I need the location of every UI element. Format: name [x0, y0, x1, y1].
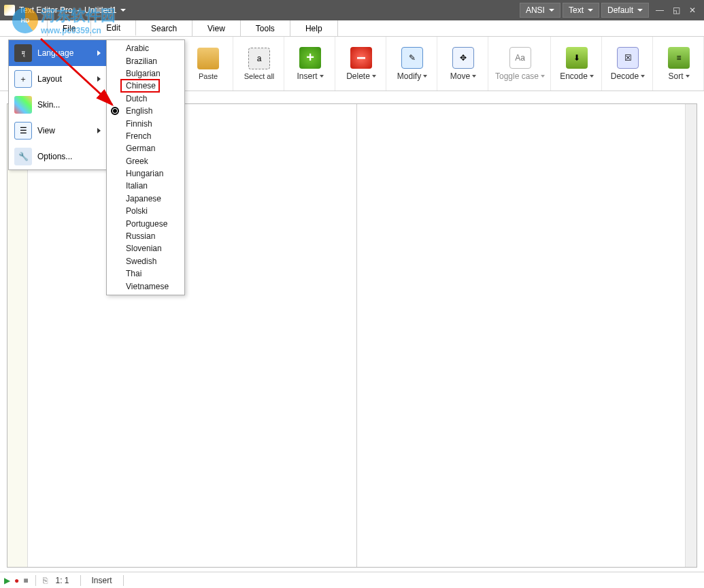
- chevron-right-icon: [97, 128, 101, 133]
- submenu-options[interactable]: 🔧 Options...: [9, 144, 106, 169]
- menu-file[interactable]: File: [48, 20, 91, 36]
- skin-icon: [14, 96, 32, 114]
- close-button[interactable]: ✕: [685, 3, 700, 18]
- language-option-slovenian[interactable]: Slovenian: [107, 242, 184, 255]
- language-label: Japanese: [126, 194, 161, 203]
- language-label: Thai: [126, 269, 141, 278]
- paste-icon: [197, 48, 219, 69]
- language-option-chinese[interactable]: Chinese: [107, 80, 184, 92]
- language-label: Brazilian: [126, 56, 157, 66]
- language-label: French: [126, 131, 151, 141]
- language-option-thai[interactable]: Thai: [107, 267, 184, 280]
- select-all-icon: a: [248, 48, 270, 69]
- submenu-language[interactable]: मृ Language: [9, 40, 106, 66]
- language-option-bulgarian[interactable]: Bulgarian: [107, 67, 184, 80]
- language-option-polski[interactable]: Polski: [107, 205, 184, 217]
- language-option-brazilian[interactable]: Brazilian: [107, 54, 184, 67]
- language-option-vietnamese[interactable]: Vietnamese: [107, 280, 184, 292]
- menu-help[interactable]: Help: [290, 20, 338, 36]
- doc-nav-icon[interactable]: ⎘: [43, 576, 48, 585]
- status-position: 1: 1: [52, 576, 73, 585]
- language-submenu: ArabicBrazilianBulgarianChineseDutchEngl…: [106, 39, 185, 295]
- language-label: Dutch: [126, 94, 147, 103]
- toggle-case-button[interactable]: AaToggle case: [495, 41, 545, 87]
- toggle-case-icon: Aa: [509, 47, 531, 69]
- language-label: Russian: [126, 231, 155, 241]
- decode-icon: ☒: [617, 47, 639, 69]
- language-label: Arabic: [126, 44, 149, 53]
- profile-dropdown[interactable]: Default: [601, 3, 649, 18]
- encode-icon: ⬇: [566, 47, 588, 69]
- modify-button[interactable]: ✎Modify: [393, 41, 431, 87]
- macro-record-icon[interactable]: ●: [14, 576, 19, 585]
- language-option-dutch[interactable]: Dutch: [107, 93, 184, 105]
- paste-button[interactable]: Paste: [189, 41, 227, 87]
- sort-button[interactable]: ≡Sort: [660, 41, 698, 87]
- language-option-italian[interactable]: Italian: [107, 180, 184, 192]
- macro-play-icon[interactable]: ▶: [4, 576, 10, 585]
- menu-edit[interactable]: Edit: [91, 20, 136, 36]
- app-title: Text Editor Pro - Untitled1: [19, 5, 116, 15]
- language-option-japanese[interactable]: Japanese: [107, 193, 184, 205]
- language-label: Italian: [126, 181, 148, 191]
- language-option-arabic[interactable]: Arabic: [107, 42, 184, 54]
- filetype-dropdown[interactable]: Text: [563, 3, 599, 18]
- delete-button[interactable]: −Delete: [342, 41, 380, 87]
- language-label: Vietnamese: [126, 282, 169, 291]
- chevron-right-icon: [97, 76, 101, 82]
- language-option-german[interactable]: German: [107, 142, 184, 154]
- move-button[interactable]: ✥Move: [444, 41, 482, 87]
- language-label: Swedish: [126, 257, 156, 266]
- title-doc-dropdown-icon[interactable]: [120, 9, 126, 12]
- language-label: Hungarian: [126, 169, 163, 178]
- language-option-swedish[interactable]: Swedish: [107, 255, 184, 267]
- encode-button[interactable]: ⬇Encode: [558, 41, 596, 87]
- language-icon: मृ: [14, 44, 32, 62]
- submenu-layout[interactable]: ＋ Layout: [9, 66, 106, 92]
- insert-button[interactable]: +Insert: [291, 41, 329, 87]
- options-icon: 🔧: [14, 148, 32, 165]
- menu-bar: File Edit Search View Tools Help: [0, 20, 704, 37]
- language-option-portuguese[interactable]: Portuguese: [107, 217, 184, 229]
- sort-icon: ≡: [668, 47, 690, 69]
- app-icon: [4, 5, 15, 16]
- chevron-right-icon: [97, 50, 101, 56]
- language-label: Greek: [126, 157, 148, 166]
- status-mode: Insert: [88, 576, 116, 585]
- language-option-english[interactable]: English: [107, 105, 184, 117]
- submenu-view[interactable]: ☰ View: [9, 118, 106, 144]
- language-option-french[interactable]: French: [107, 130, 184, 142]
- language-option-hungarian[interactable]: Hungarian: [107, 167, 184, 180]
- move-icon: ✥: [452, 47, 474, 69]
- language-label: German: [126, 144, 155, 153]
- language-option-finnish[interactable]: Finnish: [107, 117, 184, 129]
- vertical-scrollbar[interactable]: [685, 104, 697, 567]
- edit-submenu: मृ Language ＋ Layout Skin... ☰ View 🔧 Op…: [8, 39, 107, 170]
- editor-pane-left[interactable]: [28, 104, 357, 567]
- language-option-russian[interactable]: Russian: [107, 230, 184, 242]
- language-label: Finnish: [126, 119, 152, 129]
- language-label: Bulgarian: [126, 69, 161, 78]
- encoding-dropdown[interactable]: ANSI: [520, 3, 560, 18]
- maximize-button[interactable]: ◱: [669, 3, 684, 18]
- language-option-greek[interactable]: Greek: [107, 155, 184, 167]
- language-label: Chinese: [126, 81, 156, 91]
- plus-icon: +: [299, 47, 321, 69]
- line-gutter: [7, 104, 28, 567]
- select-all-button[interactable]: aSelect all: [240, 41, 278, 87]
- menu-tools[interactable]: Tools: [241, 20, 290, 36]
- menu-view[interactable]: View: [192, 20, 241, 36]
- layout-icon: ＋: [14, 70, 32, 88]
- menu-search[interactable]: Search: [136, 20, 192, 36]
- minimize-button[interactable]: —: [652, 3, 667, 18]
- decode-button[interactable]: ☒Decode: [609, 41, 647, 87]
- view-icon: ☰: [14, 122, 32, 140]
- minus-icon: −: [350, 47, 372, 69]
- macro-stop-icon[interactable]: ■: [23, 576, 28, 585]
- submenu-skin[interactable]: Skin...: [9, 92, 106, 118]
- editor-pane-right[interactable]: [357, 104, 686, 567]
- radio-selected-icon: [111, 107, 119, 115]
- status-bar: ▶ ● ■ ⎘ 1: 1 Insert: [0, 572, 704, 588]
- language-label: Slovenian: [126, 244, 162, 253]
- language-label: Portuguese: [126, 219, 167, 229]
